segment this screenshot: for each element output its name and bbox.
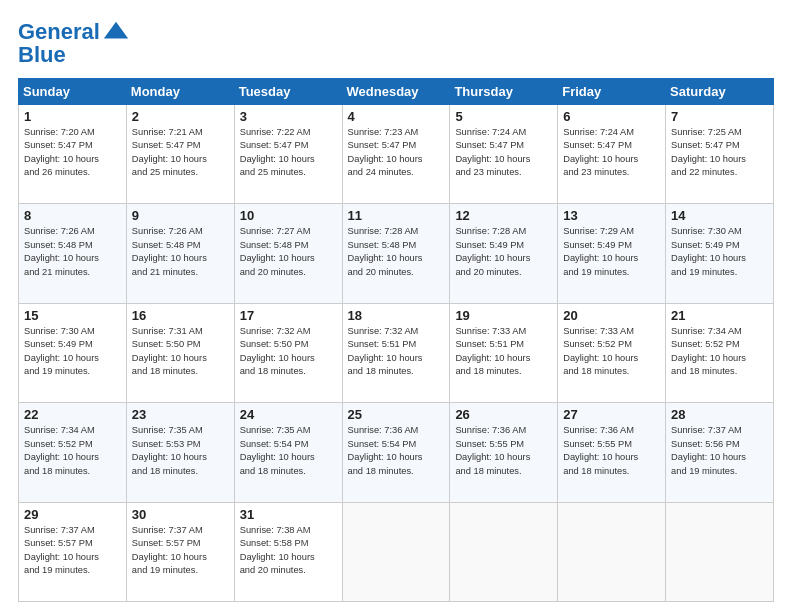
calendar-cell: 19Sunrise: 7:33 AM Sunset: 5:51 PM Dayli… [450,303,558,402]
day-number: 10 [240,208,337,223]
calendar-week-4: 22Sunrise: 7:34 AM Sunset: 5:52 PM Dayli… [19,403,774,502]
day-number: 25 [348,407,445,422]
day-info: Sunrise: 7:36 AM Sunset: 5:55 PM Dayligh… [455,424,552,478]
day-number: 28 [671,407,768,422]
weekday-header-wednesday: Wednesday [342,79,450,105]
calendar-cell [666,502,774,601]
day-number: 16 [132,308,229,323]
day-number: 29 [24,507,121,522]
weekday-header-tuesday: Tuesday [234,79,342,105]
day-info: Sunrise: 7:22 AM Sunset: 5:47 PM Dayligh… [240,126,337,180]
calendar-cell: 8Sunrise: 7:26 AM Sunset: 5:48 PM Daylig… [19,204,127,303]
calendar-cell [342,502,450,601]
calendar-cell: 3Sunrise: 7:22 AM Sunset: 5:47 PM Daylig… [234,105,342,204]
weekday-header-thursday: Thursday [450,79,558,105]
day-info: Sunrise: 7:34 AM Sunset: 5:52 PM Dayligh… [671,325,768,379]
day-info: Sunrise: 7:24 AM Sunset: 5:47 PM Dayligh… [455,126,552,180]
calendar-cell: 10Sunrise: 7:27 AM Sunset: 5:48 PM Dayli… [234,204,342,303]
day-number: 17 [240,308,337,323]
day-info: Sunrise: 7:27 AM Sunset: 5:48 PM Dayligh… [240,225,337,279]
day-number: 21 [671,308,768,323]
day-number: 31 [240,507,337,522]
weekday-header-monday: Monday [126,79,234,105]
day-info: Sunrise: 7:36 AM Sunset: 5:54 PM Dayligh… [348,424,445,478]
day-number: 18 [348,308,445,323]
calendar-cell: 29Sunrise: 7:37 AM Sunset: 5:57 PM Dayli… [19,502,127,601]
day-number: 1 [24,109,121,124]
day-number: 19 [455,308,552,323]
calendar-cell: 31Sunrise: 7:38 AM Sunset: 5:58 PM Dayli… [234,502,342,601]
day-info: Sunrise: 7:35 AM Sunset: 5:53 PM Dayligh… [132,424,229,478]
day-number: 5 [455,109,552,124]
calendar-cell: 22Sunrise: 7:34 AM Sunset: 5:52 PM Dayli… [19,403,127,502]
calendar-cell: 16Sunrise: 7:31 AM Sunset: 5:50 PM Dayli… [126,303,234,402]
day-number: 14 [671,208,768,223]
calendar-cell: 26Sunrise: 7:36 AM Sunset: 5:55 PM Dayli… [450,403,558,502]
logo-text: General [18,20,100,44]
day-number: 22 [24,407,121,422]
svg-marker-0 [104,22,128,39]
calendar-week-3: 15Sunrise: 7:30 AM Sunset: 5:49 PM Dayli… [19,303,774,402]
calendar-week-2: 8Sunrise: 7:26 AM Sunset: 5:48 PM Daylig… [19,204,774,303]
calendar-cell: 12Sunrise: 7:28 AM Sunset: 5:49 PM Dayli… [450,204,558,303]
header: General Blue [18,18,774,68]
calendar-header-row: SundayMondayTuesdayWednesdayThursdayFrid… [19,79,774,105]
day-number: 6 [563,109,660,124]
calendar-cell: 6Sunrise: 7:24 AM Sunset: 5:47 PM Daylig… [558,105,666,204]
calendar-cell: 23Sunrise: 7:35 AM Sunset: 5:53 PM Dayli… [126,403,234,502]
day-info: Sunrise: 7:38 AM Sunset: 5:58 PM Dayligh… [240,524,337,578]
calendar-cell: 14Sunrise: 7:30 AM Sunset: 5:49 PM Dayli… [666,204,774,303]
calendar-cell: 4Sunrise: 7:23 AM Sunset: 5:47 PM Daylig… [342,105,450,204]
day-number: 15 [24,308,121,323]
calendar-cell [450,502,558,601]
day-info: Sunrise: 7:24 AM Sunset: 5:47 PM Dayligh… [563,126,660,180]
day-info: Sunrise: 7:33 AM Sunset: 5:51 PM Dayligh… [455,325,552,379]
calendar-cell: 28Sunrise: 7:37 AM Sunset: 5:56 PM Dayli… [666,403,774,502]
day-info: Sunrise: 7:23 AM Sunset: 5:47 PM Dayligh… [348,126,445,180]
calendar-cell: 30Sunrise: 7:37 AM Sunset: 5:57 PM Dayli… [126,502,234,601]
day-info: Sunrise: 7:26 AM Sunset: 5:48 PM Dayligh… [24,225,121,279]
calendar-cell: 25Sunrise: 7:36 AM Sunset: 5:54 PM Dayli… [342,403,450,502]
day-info: Sunrise: 7:37 AM Sunset: 5:57 PM Dayligh… [132,524,229,578]
calendar-cell: 2Sunrise: 7:21 AM Sunset: 5:47 PM Daylig… [126,105,234,204]
day-info: Sunrise: 7:37 AM Sunset: 5:57 PM Dayligh… [24,524,121,578]
day-info: Sunrise: 7:37 AM Sunset: 5:56 PM Dayligh… [671,424,768,478]
calendar-cell: 17Sunrise: 7:32 AM Sunset: 5:50 PM Dayli… [234,303,342,402]
day-number: 26 [455,407,552,422]
weekday-header-sunday: Sunday [19,79,127,105]
day-info: Sunrise: 7:35 AM Sunset: 5:54 PM Dayligh… [240,424,337,478]
calendar-cell: 13Sunrise: 7:29 AM Sunset: 5:49 PM Dayli… [558,204,666,303]
calendar-cell: 21Sunrise: 7:34 AM Sunset: 5:52 PM Dayli… [666,303,774,402]
calendar-cell: 15Sunrise: 7:30 AM Sunset: 5:49 PM Dayli… [19,303,127,402]
day-number: 9 [132,208,229,223]
calendar-cell: 1Sunrise: 7:20 AM Sunset: 5:47 PM Daylig… [19,105,127,204]
day-info: Sunrise: 7:30 AM Sunset: 5:49 PM Dayligh… [24,325,121,379]
page: General Blue SundayMondayTuesdayWednesda… [0,0,792,612]
calendar-table: SundayMondayTuesdayWednesdayThursdayFrid… [18,78,774,602]
day-info: Sunrise: 7:28 AM Sunset: 5:49 PM Dayligh… [455,225,552,279]
day-number: 8 [24,208,121,223]
logo-icon [102,18,130,46]
day-info: Sunrise: 7:28 AM Sunset: 5:48 PM Dayligh… [348,225,445,279]
day-info: Sunrise: 7:20 AM Sunset: 5:47 PM Dayligh… [24,126,121,180]
day-info: Sunrise: 7:29 AM Sunset: 5:49 PM Dayligh… [563,225,660,279]
calendar-cell: 9Sunrise: 7:26 AM Sunset: 5:48 PM Daylig… [126,204,234,303]
calendar-week-5: 29Sunrise: 7:37 AM Sunset: 5:57 PM Dayli… [19,502,774,601]
calendar-cell: 18Sunrise: 7:32 AM Sunset: 5:51 PM Dayli… [342,303,450,402]
day-info: Sunrise: 7:21 AM Sunset: 5:47 PM Dayligh… [132,126,229,180]
calendar-cell: 20Sunrise: 7:33 AM Sunset: 5:52 PM Dayli… [558,303,666,402]
day-info: Sunrise: 7:33 AM Sunset: 5:52 PM Dayligh… [563,325,660,379]
calendar-week-1: 1Sunrise: 7:20 AM Sunset: 5:47 PM Daylig… [19,105,774,204]
day-number: 20 [563,308,660,323]
day-number: 23 [132,407,229,422]
day-number: 2 [132,109,229,124]
day-info: Sunrise: 7:25 AM Sunset: 5:47 PM Dayligh… [671,126,768,180]
day-info: Sunrise: 7:32 AM Sunset: 5:50 PM Dayligh… [240,325,337,379]
day-number: 12 [455,208,552,223]
calendar-cell: 5Sunrise: 7:24 AM Sunset: 5:47 PM Daylig… [450,105,558,204]
calendar-cell: 24Sunrise: 7:35 AM Sunset: 5:54 PM Dayli… [234,403,342,502]
day-number: 13 [563,208,660,223]
day-number: 3 [240,109,337,124]
calendar-cell [558,502,666,601]
calendar-cell: 27Sunrise: 7:36 AM Sunset: 5:55 PM Dayli… [558,403,666,502]
